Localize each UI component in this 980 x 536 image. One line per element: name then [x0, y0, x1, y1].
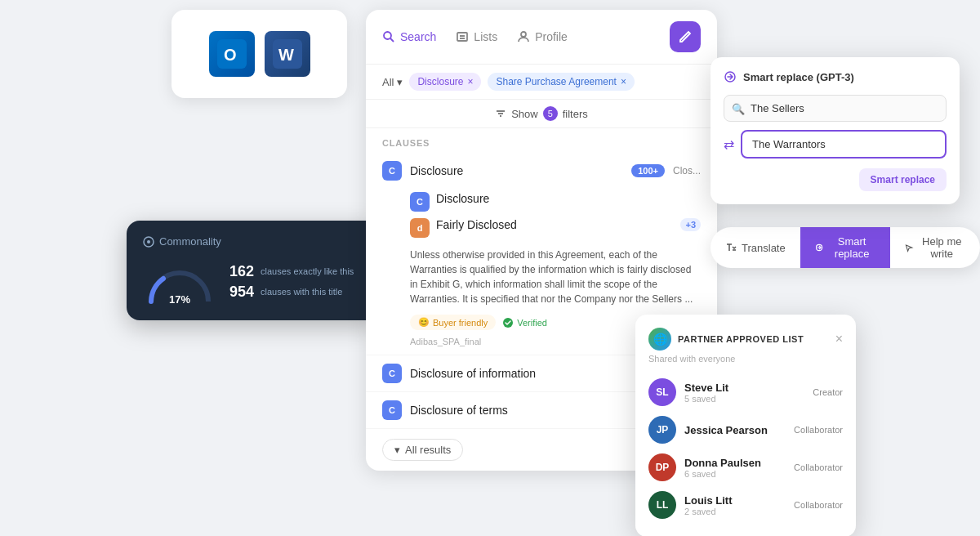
svg-text:O: O — [224, 46, 237, 64]
clause-count-badge: 100+ — [631, 164, 665, 177]
member-saved-steve: 5 saved — [684, 394, 804, 404]
nav-profile[interactable]: Profile — [517, 30, 568, 43]
sub-clause-num-badge: +3 — [680, 218, 701, 231]
filter-all[interactable]: All ▾ — [382, 76, 403, 88]
search-field-wrap: 🔍 — [724, 95, 947, 122]
svg-point-6 — [384, 32, 391, 39]
title-count: 954 — [229, 284, 254, 301]
gauge-percentage: 17% — [169, 293, 190, 306]
clause-text: Unless otherwise provided in this Agreem… — [366, 248, 717, 315]
avatar-steve: SL — [648, 378, 676, 406]
member-row-jessica: JP Jessica Pearson Collaborator — [648, 411, 843, 449]
title-label: clauses with this title — [261, 287, 342, 297]
replace-field-wrap: ⇄ — [724, 130, 947, 159]
smart-replace-title: Smart replace (GPT-3) — [724, 70, 947, 83]
clause-name-disclosure: Disclosure — [410, 164, 623, 177]
translate-button[interactable]: Translate — [710, 234, 800, 262]
filter-count-badge: 5 — [543, 106, 558, 121]
replace-input[interactable] — [741, 130, 947, 159]
svg-point-11 — [521, 32, 526, 37]
member-info-donna: Donna Paulsen 6 saved — [684, 457, 786, 479]
member-name-steve: Steve Lit — [684, 382, 804, 394]
member-role-donna: Collaborator — [794, 462, 843, 472]
member-row-steve: SL Steve Lit 5 saved Creator — [648, 373, 843, 411]
sub-clause-icon-c: C — [410, 192, 430, 212]
filter-bar: All ▾ Disclosure × Share Purchase Agreem… — [366, 65, 717, 100]
member-row-donna: DP Donna Paulsen 6 saved Collaborator — [648, 449, 843, 486]
show-filters-row: Show 5 filters — [366, 100, 717, 128]
panel-header: Search Lists Profile — [366, 10, 717, 65]
exact-count: 162 — [229, 263, 254, 280]
sub-clause-name-disclosure: Disclosure — [436, 192, 701, 205]
commonality-card: Commonality 17% 162 clauses exactly like… — [127, 221, 380, 320]
member-name-jessica: Jessica Pearson — [684, 424, 786, 436]
avatar-louis: LL — [648, 491, 676, 519]
clause-row-disclosure[interactable]: C Disclosure 100+ Clos... — [366, 153, 717, 189]
svg-text:W: W — [278, 46, 294, 64]
word-icon[interactable]: W — [265, 31, 310, 77]
search-input[interactable] — [724, 95, 947, 122]
bottom-toolbar: Translate Smart replace Help me write — [710, 227, 980, 268]
sub-clause-name-fairly: Fairly Disclosed — [436, 218, 670, 231]
commonality-stats: 162 clauses exactly like this 954 clause… — [229, 263, 363, 304]
member-role-steve: Creator — [813, 387, 843, 397]
member-saved-louis: 2 saved — [684, 507, 786, 516]
clause-icon-c-terms: C — [382, 400, 402, 420]
all-results-button[interactable]: ▾ All results — [382, 439, 463, 461]
smart-replace-button[interactable]: Smart replace — [859, 168, 947, 191]
svg-line-7 — [390, 38, 394, 42]
member-role-jessica: Collaborator — [794, 425, 843, 435]
filter-tag-spa[interactable]: Share Purchase Agreement × — [488, 73, 634, 91]
avatar-jessica: JP — [648, 416, 676, 444]
member-role-louis: Collaborator — [794, 500, 843, 510]
sub-clause-area: C Disclosure d Fairly Disclosed +3 — [366, 189, 717, 248]
partner-title: PARTNER APPROVED LIST — [678, 334, 829, 344]
exact-label: clauses exactly like this — [261, 266, 354, 276]
clause-status: Clos... — [673, 165, 701, 176]
verified-tag: Verified — [502, 317, 547, 328]
svg-point-5 — [147, 240, 150, 243]
commonality-title: Commonality — [143, 235, 363, 248]
member-row-louis: LL Louis Litt 2 saved Collaborator — [648, 486, 843, 524]
search-icon: 🔍 — [732, 102, 745, 114]
sub-clause-fairly[interactable]: d Fairly Disclosed +3 — [410, 215, 701, 241]
smart-replace-toolbar-button[interactable]: Smart replace — [800, 227, 891, 268]
smart-replace-popup: Smart replace (GPT-3) 🔍 ⇄ Smart replace — [710, 57, 960, 204]
member-info-steve: Steve Lit 5 saved — [684, 382, 804, 404]
partner-approved-popup: 🌐 PARTNER APPROVED LIST × Shared with ev… — [635, 315, 856, 536]
avatar-donna: DP — [648, 453, 676, 481]
show-filters-button[interactable]: Show 5 filters — [495, 106, 588, 121]
member-info-louis: Louis Litt 2 saved — [684, 494, 786, 516]
outlook-icon[interactable]: O — [209, 31, 255, 77]
buyer-friendly-tag: 😊 Buyer friendly — [410, 315, 496, 330]
nav-lists[interactable]: Lists — [456, 30, 497, 43]
gauge-chart: 17% — [143, 261, 216, 306]
svg-rect-8 — [457, 33, 467, 41]
member-info-jessica: Jessica Pearson — [684, 424, 786, 436]
sub-clause-disclosure[interactable]: C Disclosure — [410, 189, 701, 215]
partner-header: 🌐 PARTNER APPROVED LIST × — [648, 328, 843, 351]
member-saved-donna: 6 saved — [684, 469, 786, 479]
globe-icon: 🌐 — [648, 328, 671, 351]
help-me-write-button[interactable]: Help me write — [890, 227, 980, 268]
member-name-louis: Louis Litt — [684, 494, 786, 507]
member-name-donna: Donna Paulsen — [684, 457, 786, 469]
clause-icon-c: C — [382, 161, 402, 181]
clause-icon-c-info: C — [382, 364, 402, 383]
filter-tag-disclosure[interactable]: Disclosure × — [409, 73, 481, 91]
close-button[interactable]: × — [835, 332, 843, 346]
replace-icon: ⇄ — [724, 136, 734, 152]
office-card: O W — [172, 10, 347, 98]
clauses-section-label: CLAUSES — [366, 128, 717, 153]
edit-button[interactable] — [670, 21, 701, 52]
sub-clause-icon-d: d — [410, 218, 430, 238]
nav-search[interactable]: Search — [382, 30, 436, 43]
shared-label: Shared with everyone — [648, 354, 843, 364]
